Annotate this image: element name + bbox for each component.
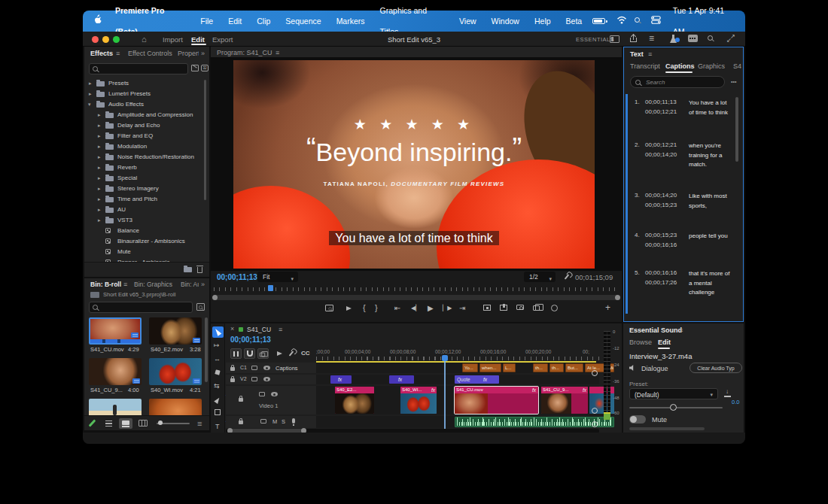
lock-icon[interactable]: [230, 378, 235, 382]
export-frame-icon[interactable]: [516, 305, 524, 310]
tab-edit[interactable]: Edit: [658, 339, 671, 346]
video-clip-s41-cu-selected[interactable]: S41_CU.movfx: [455, 387, 538, 414]
comparison-view-icon[interactable]: [325, 305, 333, 311]
track-output-icon[interactable]: [251, 377, 257, 381]
timeline-ruler[interactable]: [316, 357, 599, 360]
es-scrollbar[interactable]: [629, 427, 705, 430]
search-icon[interactable]: [708, 35, 717, 44]
panel-menu-icon[interactable]: ≡: [275, 49, 279, 56]
bin-search-input[interactable]: [89, 302, 193, 313]
mark-in-icon[interactable]: {: [363, 303, 366, 312]
tree-item-modulation[interactable]: ▸Modulation: [84, 141, 203, 152]
apple-menu[interactable]: [83, 11, 108, 32]
caption-row-1[interactable]: 1. 00;00;11;13 00;00;12;21 You have a lo…: [624, 97, 741, 139]
solo-track-button[interactable]: S: [282, 418, 285, 425]
linked-selection-button[interactable]: [257, 348, 269, 359]
panel-menu-icon[interactable]: ≡: [123, 281, 127, 288]
clear-audio-type-button[interactable]: Clear Audio Typ: [689, 363, 742, 373]
go-to-out-icon[interactable]: ⇥: [459, 304, 465, 312]
tree-item-stereo-imagery[interactable]: ▸Stereo Imagery: [84, 184, 203, 194]
bin-clip-extra-2[interactable]: [149, 399, 202, 415]
gain-value[interactable]: 0.0: [732, 399, 739, 405]
thumbnail-view-icon[interactable]: [119, 418, 132, 429]
effects-scrollbar[interactable]: [204, 80, 206, 200]
tab-browse[interactable]: Browse: [629, 339, 652, 346]
extract-icon[interactable]: [500, 305, 507, 311]
caption-clip[interactable]: L...: [503, 363, 516, 372]
video-clip-s40-e2[interactable]: S40_E2...: [335, 387, 374, 414]
timeline-timecode[interactable]: 00;00;11;13: [230, 335, 271, 344]
caption-clip[interactable]: th...: [549, 363, 564, 372]
caption-row-5[interactable]: 5. 00;00;16;16 00;00;17;26 that it's mor…: [624, 268, 741, 310]
v2-track-label[interactable]: V2: [240, 376, 247, 381]
panel-menu-icon[interactable]: ≡: [116, 50, 120, 57]
menu-file[interactable]: File: [193, 11, 221, 32]
bin-clip-extra-1[interactable]: [89, 399, 142, 415]
program-scrollbar[interactable]: [212, 295, 620, 300]
share-icon[interactable]: [629, 35, 638, 43]
bin-breadcrumb[interactable]: Short Edit v65_3.prproj\B-roll: [103, 291, 175, 298]
timeline-playhead-head[interactable]: [442, 355, 448, 361]
spotlight-search-icon[interactable]: [632, 11, 647, 32]
tab-edit[interactable]: Edit: [191, 35, 205, 44]
caption-clip[interactable]: when...: [479, 363, 501, 372]
workspace-icon[interactable]: [610, 35, 619, 43]
bin-clip-s40-wi[interactable]: [149, 358, 202, 385]
timeline-settings-icon[interactable]: [289, 351, 294, 356]
caption-row-4[interactable]: 4. 00;00;15;23 00;00;16;16 people tell y…: [624, 230, 741, 265]
add-marker-icon[interactable]: [346, 306, 352, 311]
audio-meter[interactable]: 0 -12 -24 -36 -48 -60: [602, 328, 622, 427]
bin-clip-s41-cu[interactable]: [89, 317, 142, 345]
ripple-edit-tool[interactable]: ↔: [214, 355, 221, 363]
menu-markers[interactable]: Markers: [329, 11, 373, 32]
menu-view[interactable]: View: [452, 11, 484, 32]
settings-wrench-icon[interactable]: [565, 274, 570, 279]
new-bin-icon[interactable]: [184, 267, 192, 272]
track-scroll-knob[interactable]: [592, 421, 598, 427]
voiceover-mic-icon[interactable]: [292, 418, 295, 424]
tree-item-time-pitch[interactable]: ▸Time and Pitch: [84, 194, 203, 205]
track-scroll-knob[interactable]: [592, 370, 598, 376]
tree-item-balance[interactable]: Balance: [84, 226, 203, 236]
zoom-slider-handle[interactable]: [158, 421, 163, 425]
32bpc-icon[interactable]: 32: [201, 65, 209, 71]
timeline-playhead[interactable]: [444, 357, 446, 429]
tab-properties[interactable]: Propertie: [178, 50, 199, 57]
bin-clip-s41-cu-9[interactable]: [89, 358, 142, 385]
resolution-dropdown[interactable]: 1/2▾: [524, 272, 556, 282]
lock-icon[interactable]: [239, 421, 243, 424]
wifi-icon[interactable]: [612, 11, 632, 32]
track-visibility-eye-icon[interactable]: [271, 392, 278, 396]
tab-transcript[interactable]: Transcript: [630, 62, 660, 70]
button-editor-gear-icon[interactable]: [551, 305, 558, 311]
fullscreen-icon[interactable]: ↗↙: [727, 34, 736, 44]
video-clip-s41-cu-9[interactable]: S41_CU_9...fx: [541, 387, 588, 414]
menu-window[interactable]: Window: [484, 11, 527, 32]
sort-menu-icon[interactable]: ≡: [197, 419, 202, 428]
preset-dropdown[interactable]: (Default)▾: [629, 388, 718, 399]
tab-captions[interactable]: Captions: [665, 62, 695, 70]
razor-tool[interactable]: [215, 369, 220, 375]
lift-icon[interactable]: [483, 305, 491, 311]
mute-track-button[interactable]: M: [272, 418, 277, 425]
zoom-window-button[interactable]: [113, 36, 120, 43]
battery-icon[interactable]: [589, 11, 612, 32]
graphic-clip[interactable]: fx: [330, 375, 352, 384]
tree-item-special[interactable]: ▸Special: [84, 173, 203, 184]
track-output-icon[interactable]: [251, 366, 257, 370]
tree-item-presets[interactable]: ▸Presets: [84, 78, 203, 89]
tree-item-vst3[interactable]: ▸VST3: [84, 215, 203, 226]
delete-icon[interactable]: [197, 267, 202, 273]
captions-chat-icon[interactable]: [688, 35, 698, 42]
close-window-button[interactable]: [92, 36, 99, 43]
scrollbar-knob-left[interactable]: [212, 295, 218, 300]
volume-slider-handle[interactable]: [670, 404, 677, 411]
tab-effect-controls[interactable]: Effect Controls: [128, 50, 172, 57]
quote-graphic-clip[interactable]: Quotefx: [455, 375, 499, 384]
menu-edit[interactable]: Edit: [221, 11, 249, 32]
tree-item-delay-echo[interactable]: ▸Delay and Echo: [84, 120, 203, 131]
tree-item-lumetri-presets[interactable]: ▸Lumetri Presets: [84, 89, 203, 99]
lock-icon[interactable]: [230, 367, 235, 371]
captions-cc-icon[interactable]: CC: [301, 350, 310, 357]
tab-graphics[interactable]: Graphics: [698, 62, 725, 70]
